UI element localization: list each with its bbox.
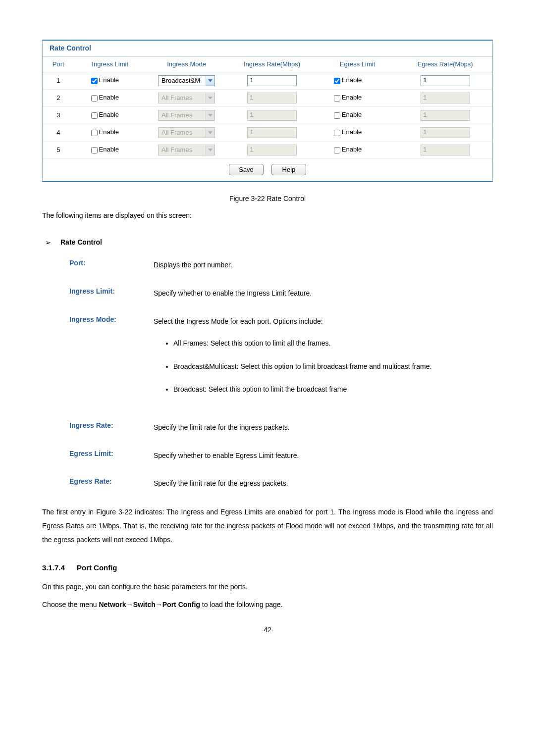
col-port: Port [43, 57, 74, 72]
def-bullet-list: All Frames: Select this option to limit … [154, 337, 493, 396]
nav-suffix: to load the following page. [200, 601, 283, 608]
def-desc: Specify the limit rate for the egress pa… [154, 477, 493, 490]
ingress-enable-checkbox[interactable] [91, 95, 98, 101]
nav-prefix: Choose the menu [42, 601, 99, 608]
def-term: Port: [69, 258, 154, 268]
cell-ingress-mode: All Frames [146, 106, 227, 124]
ingress-mode-select: All Frames [158, 93, 215, 103]
ingress-mode-select: All Frames [158, 110, 215, 121]
cell-port: 4 [43, 124, 74, 141]
cell-ingress-rate [227, 124, 317, 141]
egress-rate-input [421, 145, 470, 155]
def-desc-text: Select the Ingress Mode for each port. O… [154, 317, 323, 325]
ingress-rate-input[interactable] [247, 75, 297, 86]
port-config-intro: On this page, you can configure the basi… [42, 580, 493, 594]
cell-port: 2 [43, 89, 74, 106]
col-ingress-limit: Ingress Limit [74, 57, 146, 72]
egress-rate-input [421, 127, 470, 138]
section-heading: ➢ Rate Control [42, 237, 493, 248]
ingress-mode-value: Broadcast&M [159, 76, 206, 86]
bullet-item: All Frames: Select this option to limit … [173, 337, 493, 350]
cell-ingress-limit: Enable [74, 72, 146, 89]
def-port: Port: Displays the port number. [69, 258, 493, 272]
rate-control-table: Port Ingress Limit Ingress Mode Ingress … [43, 57, 492, 159]
bullet-item: Broadcast&Multicast: Select this option … [173, 360, 493, 373]
def-desc: Specify whether to enable Egress Limit f… [154, 449, 493, 462]
menu-path-line: Choose the menu Network→Switch→Port Conf… [42, 598, 493, 611]
nav-path: Network→Switch→Port Config [99, 601, 200, 608]
ingress-enable-label: Enable [99, 111, 119, 119]
def-desc: Specify the limit rate for the ingress p… [154, 421, 493, 434]
cell-ingress-limit: Enable [74, 106, 146, 124]
col-ingress-mode: Ingress Mode [146, 57, 227, 72]
def-ingress-mode: Ingress Mode: Select the Ingress Mode fo… [69, 315, 493, 406]
egress-rate-input[interactable] [421, 75, 470, 86]
cell-egress-rate [398, 89, 492, 106]
ingress-mode-select[interactable]: Broadcast&M [158, 75, 215, 86]
ingress-mode-value: All Frames [159, 128, 206, 138]
def-desc: Select the Ingress Mode for each port. O… [154, 315, 493, 406]
cell-ingress-rate [227, 72, 317, 89]
def-term: Ingress Rate: [69, 421, 154, 431]
ingress-mode-value: All Frames [159, 145, 206, 155]
egress-enable-label: Enable [342, 77, 362, 84]
egress-rate-input [421, 110, 470, 121]
heading-title: Port Config [77, 563, 117, 572]
chevron-down-icon [206, 110, 214, 120]
cell-egress-limit: Enable [317, 106, 398, 124]
ingress-mode-select: All Frames [158, 145, 215, 155]
col-ingress-rate: Ingress Rate(Mbps) [227, 57, 317, 72]
cell-ingress-rate [227, 89, 317, 106]
ingress-enable-label: Enable [99, 129, 119, 136]
ingress-enable-checkbox[interactable] [91, 78, 98, 84]
ingress-mode-value: All Frames [159, 110, 206, 120]
col-egress-limit: Egress Limit [317, 57, 398, 72]
cell-egress-limit: Enable [317, 72, 398, 89]
ingress-enable-checkbox[interactable] [91, 130, 98, 136]
ingress-rate-input [247, 110, 297, 121]
heading-number: 3.1.7.4 [42, 563, 65, 572]
help-button[interactable]: Help [271, 164, 306, 175]
def-term: Egress Rate: [69, 477, 154, 487]
def-ingress-limit: Ingress Limit: Specify whether to enable… [69, 287, 493, 300]
ingress-enable-checkbox[interactable] [91, 147, 98, 153]
summary-paragraph: The first entry in Figure 3-22 indicates… [42, 505, 493, 547]
cell-egress-rate [398, 124, 492, 141]
cell-egress-rate [398, 72, 492, 89]
table-row: 3EnableAll FramesEnable [43, 106, 492, 124]
cell-port: 3 [43, 106, 74, 124]
table-row: 2EnableAll FramesEnable [43, 89, 492, 106]
save-button[interactable]: Save [229, 164, 264, 175]
cell-egress-rate [398, 106, 492, 124]
cell-ingress-mode: All Frames [146, 141, 227, 158]
egress-enable-checkbox[interactable] [334, 112, 340, 119]
egress-enable-checkbox[interactable] [334, 130, 340, 136]
cell-ingress-limit: Enable [74, 124, 146, 141]
chevron-down-icon [206, 145, 214, 155]
rate-control-panel: Rate Control Port Ingress Limit Ingress … [42, 40, 493, 182]
ingress-rate-input [247, 145, 297, 155]
table-row: 5EnableAll FramesEnable [43, 141, 492, 158]
def-egress-rate: Egress Rate: Specify the limit rate for … [69, 477, 493, 490]
ingress-enable-checkbox[interactable] [91, 112, 98, 119]
ingress-enable-label: Enable [99, 77, 119, 84]
subheading-port-config: 3.1.7.4Port Config [42, 562, 493, 573]
def-desc: Displays the port number. [154, 258, 493, 272]
chevron-down-icon [206, 76, 214, 86]
egress-enable-label: Enable [342, 129, 362, 136]
cell-ingress-rate [227, 141, 317, 158]
definition-list: Port: Displays the port number. Ingress … [69, 258, 493, 490]
cell-port: 1 [43, 72, 74, 89]
def-term: Ingress Mode: [69, 315, 154, 325]
chevron-down-icon [206, 128, 214, 138]
egress-enable-checkbox[interactable] [334, 147, 340, 153]
egress-enable-label: Enable [342, 146, 362, 153]
def-ingress-rate: Ingress Rate: Specify the limit rate for… [69, 421, 493, 434]
egress-enable-checkbox[interactable] [334, 95, 340, 101]
egress-enable-checkbox[interactable] [334, 78, 340, 84]
bullet-item: Broadcast: Select this option to limit t… [173, 383, 493, 396]
cell-egress-rate [398, 141, 492, 158]
button-row: Save Help [43, 159, 492, 181]
def-term: Egress Limit: [69, 449, 154, 459]
cell-ingress-limit: Enable [74, 141, 146, 158]
